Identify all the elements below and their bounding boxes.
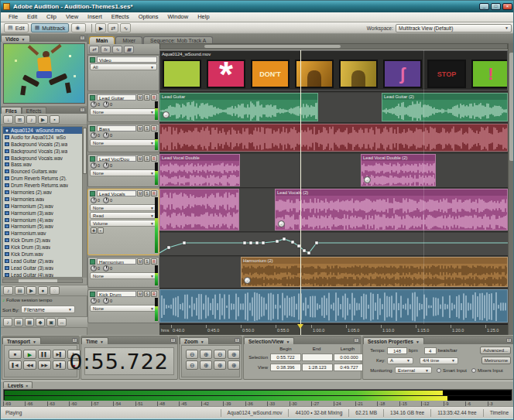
track-header-lead-voc-dou[interactable]: Lead Voc/DouMSR00None▼ xyxy=(87,154,159,187)
multitrack-view-button[interactable]: ▦Multitrack xyxy=(31,23,70,32)
menu-clip[interactable]: Clip xyxy=(42,12,61,22)
timeline-vscrollbar[interactable] xyxy=(508,43,514,335)
envelope-options-button[interactable]: ▪ xyxy=(98,227,104,234)
record-button[interactable]: R xyxy=(151,155,157,162)
file-item[interactable]: ♪Background Vocals (2).wa xyxy=(3,141,82,148)
panel-menu-button[interactable]: ≡ xyxy=(72,338,77,343)
panel-menu-button[interactable]: ≡ xyxy=(506,338,512,343)
video-thumbnail-7[interactable]: ! xyxy=(471,60,508,88)
files-toolbar-icon-3[interactable]: ▶ xyxy=(38,115,48,124)
file-item[interactable]: ▣Aqua0124_wSound.mov xyxy=(3,127,82,134)
file-item[interactable]: ♪Harmonies (2).wav xyxy=(3,189,82,196)
panel-menu-button[interactable]: ≡ xyxy=(354,338,359,343)
output-dropdown[interactable]: None▼ xyxy=(90,139,157,146)
volume-knob[interactable] xyxy=(91,197,97,203)
menu-options[interactable]: Options xyxy=(134,12,163,22)
volume-knob[interactable] xyxy=(91,132,97,138)
menu-file[interactable]: File xyxy=(4,12,22,22)
automation-lane-volume[interactable] xyxy=(159,233,508,256)
panel-menu-button[interactable]: ≡ xyxy=(80,108,85,112)
tool-button-0[interactable]: ▶ xyxy=(95,23,106,32)
automation-param-dropdown[interactable]: Volume▼ xyxy=(90,220,157,227)
close-icon[interactable]: × xyxy=(26,384,28,388)
track-lane-bass[interactable] xyxy=(159,124,508,153)
file-list-scrollbar[interactable] xyxy=(83,126,87,278)
audio-clip[interactable] xyxy=(159,124,508,152)
audio-clip[interactable]: Lead Vocal Double xyxy=(159,154,240,186)
key-dropdown[interactable]: A▼ xyxy=(387,357,413,364)
selection-end-field[interactable] xyxy=(302,353,333,361)
record-button[interactable]: R xyxy=(151,94,157,101)
track-tool-icon-3[interactable]: ▦ xyxy=(124,46,134,53)
files-toolbar-icon-1[interactable]: ⊞ xyxy=(15,115,25,124)
clip-fx-badge[interactable]: ◦ xyxy=(244,277,251,284)
track-lane-lead-voc-dou[interactable]: Lead Vocal DoubleLead Vocal Double (2)◦ xyxy=(159,154,508,188)
zoom-button-7[interactable]: ⊕ xyxy=(228,360,240,370)
minimize-button[interactable]: _ xyxy=(479,3,489,10)
track-tool-icon-0[interactable]: ⇄ xyxy=(89,46,99,53)
record-button[interactable]: R xyxy=(151,190,157,196)
pan-knob[interactable] xyxy=(103,298,109,304)
solo-button[interactable]: S xyxy=(144,190,150,196)
tab-files[interactable]: Files xyxy=(1,107,22,114)
track-name-field[interactable]: Harmonium xyxy=(97,258,136,265)
track-name-field[interactable]: Video xyxy=(97,56,157,63)
track-lane-video[interactable]: Aqua0124_wSound.mov*DON'TʃSTOP! xyxy=(159,50,508,92)
zoom-button-1[interactable]: ⊕ xyxy=(200,350,212,359)
play-button[interactable]: ▶ xyxy=(23,350,36,359)
selection-begin-field[interactable]: 0:55.722 xyxy=(270,353,301,361)
file-item[interactable]: ♪Harmonium (4).wav xyxy=(3,217,82,224)
file-item[interactable]: ♪Harmonium (3).wav xyxy=(3,210,82,217)
menu-edit[interactable]: Edit xyxy=(22,12,42,22)
volume-knob[interactable] xyxy=(91,298,97,304)
follow-session-tempo[interactable]: ♪ Follow session tempo xyxy=(2,297,53,302)
zoom-button-2[interactable]: ⊖ xyxy=(214,350,226,359)
track-lane-lead-vocals[interactable]: Lead Vocals (2)◦ xyxy=(159,189,508,232)
tab-time[interactable]: Time▼ xyxy=(81,337,108,344)
files-action-icon-3[interactable]: ● xyxy=(38,286,48,295)
file-list-hscrollbar[interactable] xyxy=(2,278,83,283)
audio-clip[interactable]: Lead Guitar (2) xyxy=(382,93,508,121)
playhead-marker[interactable] xyxy=(297,324,303,329)
panel-menu-button[interactable]: ≡ xyxy=(235,338,240,343)
audio-clip[interactable]: Lead Guitar◦ xyxy=(159,93,318,121)
track-header-kick-drum[interactable]: Kick DrumMSR00None▼ xyxy=(87,289,159,323)
video-thumbnail-1[interactable]: * xyxy=(207,60,245,88)
track-header-lead-vocals[interactable]: Lead VocalsMSR00None▼Read▼Volume▼✚▪ xyxy=(87,189,159,255)
record-button[interactable]: R xyxy=(151,125,157,131)
zoom-button-6[interactable]: ⊕ xyxy=(214,360,226,370)
timeline-ruler[interactable]: hms0:40.00:45.00:50.00:55.01:00.01:05.01… xyxy=(159,324,508,335)
track-header-harmonium[interactable]: HarmoniumMSR00None▼ xyxy=(87,257,159,288)
file-item[interactable]: ♪Drum Reverb Returns (2). xyxy=(3,175,82,182)
output-dropdown[interactable]: None▼ xyxy=(90,108,157,115)
monitoring-dropdown[interactable]: External▼ xyxy=(395,367,432,374)
selection-length-field[interactable]: 0:00.000 xyxy=(334,353,365,361)
files-action-icon-2[interactable]: ▶ xyxy=(26,286,36,295)
menu-help[interactable]: Help xyxy=(193,12,214,22)
sort-by-dropdown[interactable]: Filename ▼ xyxy=(21,306,75,313)
menu-insert[interactable]: Insert xyxy=(83,12,107,22)
file-item[interactable]: ♪Harmonium.wav xyxy=(3,230,82,237)
menu-effects[interactable]: Effects xyxy=(107,12,134,22)
files-toolbar-icon-0[interactable]: ↓ xyxy=(3,115,13,124)
file-item[interactable]: ♪Lead Guitar (3).wav xyxy=(3,265,82,271)
clip-fx-badge[interactable]: ◦ xyxy=(163,111,170,118)
close-button[interactable]: × xyxy=(502,3,512,10)
pause-button[interactable]: ▌▌ xyxy=(38,350,51,359)
view-begin-field[interactable]: 0:38.396 xyxy=(270,364,301,371)
track-name-field[interactable]: Kick Drum xyxy=(97,291,136,297)
edit-view-button[interactable]: ▤Edit xyxy=(4,23,29,32)
panel-menu-button[interactable]: ≡ xyxy=(80,36,85,40)
pan-knob[interactable] xyxy=(103,132,109,138)
solo-button[interactable]: S xyxy=(144,155,150,162)
output-dropdown[interactable]: None▼ xyxy=(90,169,157,176)
audio-clip[interactable]: Lead Vocal Double (2)◦ xyxy=(361,154,436,186)
pan-knob[interactable] xyxy=(103,265,109,271)
time-signature-dropdown[interactable]: 4/4 time▼ xyxy=(420,357,458,364)
file-item[interactable]: ♪Kick Drum (3).wav xyxy=(3,244,82,251)
beats-per-bar-field[interactable]: 4 xyxy=(424,347,437,354)
files-action-icon-1[interactable]: ▤ xyxy=(15,286,25,295)
files-filter-icon-5[interactable]: ↔ xyxy=(57,318,67,326)
track-lane-lead-guitar[interactable]: Lead Guitar◦Lead Guitar (2) xyxy=(159,93,508,123)
video-thumbnail-4[interactable] xyxy=(339,60,378,88)
